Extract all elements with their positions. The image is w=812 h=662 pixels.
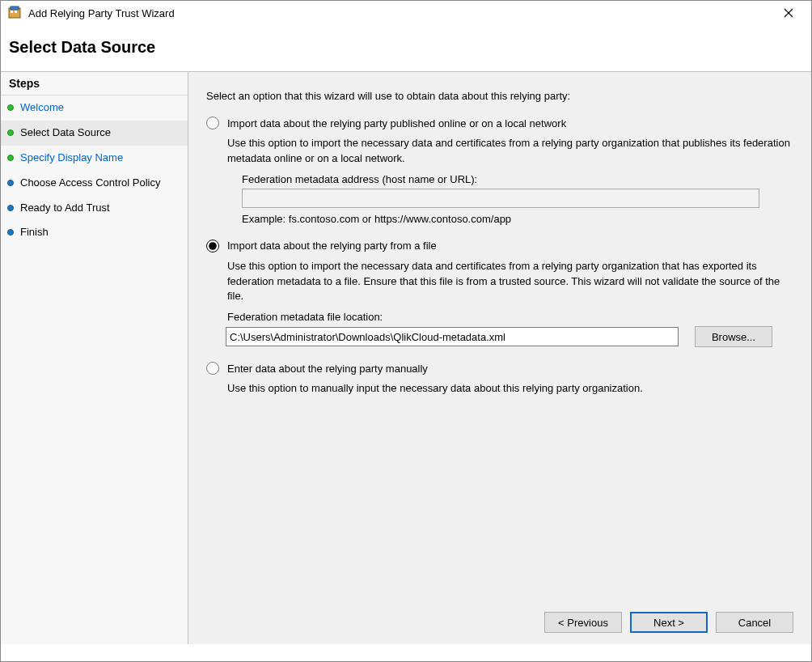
close-button[interactable] bbox=[772, 2, 805, 24]
step-label: Finish bbox=[20, 226, 49, 238]
step-label: Ready to Add Trust bbox=[20, 202, 110, 214]
step-specify-display-name[interactable]: Specify Display Name bbox=[1, 146, 188, 171]
option-label: Enter data about the relying party manua… bbox=[227, 363, 428, 375]
step-link[interactable]: Specify Display Name bbox=[20, 151, 123, 163]
app-icon bbox=[7, 5, 23, 21]
radio-import-online[interactable] bbox=[206, 117, 219, 129]
heading-row: Select Data Source bbox=[1, 25, 811, 71]
option-desc: Use this option to import the necessary … bbox=[227, 136, 793, 167]
step-label: Choose Access Control Policy bbox=[20, 176, 160, 189]
step-link[interactable]: Welcome bbox=[20, 101, 64, 113]
steps-list: Welcome Select Data Source Specify Displ… bbox=[1, 95, 188, 245]
title-bar: Add Relying Party Trust Wizard bbox=[1, 1, 811, 25]
option-label: Import data about the relying party publ… bbox=[227, 117, 566, 129]
svg-rect-1 bbox=[11, 6, 19, 10]
step-finish[interactable]: Finish bbox=[1, 220, 188, 245]
example-hint: Example: fs.contoso.com or https://www.c… bbox=[242, 213, 793, 225]
option-desc: Use this option to import the necessary … bbox=[227, 259, 793, 305]
step-label: Select Data Source bbox=[20, 126, 111, 138]
sidebar: Steps Welcome Select Data Source Specify… bbox=[1, 72, 188, 644]
bullet-icon bbox=[7, 229, 14, 236]
field-label: Federation metadata address (host name o… bbox=[242, 173, 793, 185]
step-select-data-source[interactable]: Select Data Source bbox=[1, 121, 188, 146]
button-bar: < Previous Next > Cancel bbox=[206, 600, 793, 644]
bullet-icon bbox=[7, 180, 14, 186]
instruction-text: Select an option that this wizard will u… bbox=[206, 90, 793, 102]
page-heading: Select Data Source bbox=[9, 38, 803, 57]
cancel-button[interactable]: Cancel bbox=[716, 612, 793, 633]
next-button[interactable]: Next > bbox=[630, 612, 708, 633]
option-desc: Use this option to manually input the ne… bbox=[227, 381, 793, 397]
option-manual: Enter data about the relying party manua… bbox=[206, 362, 793, 403]
metadata-file-input[interactable] bbox=[226, 327, 679, 346]
window-title: Add Relying Party Trust Wizard bbox=[28, 7, 175, 19]
main-panel: Select an option that this wizard will u… bbox=[188, 72, 811, 644]
step-ready-to-add-trust[interactable]: Ready to Add Trust bbox=[1, 196, 188, 221]
metadata-url-input[interactable] bbox=[242, 189, 759, 208]
previous-button[interactable]: < Previous bbox=[544, 612, 622, 633]
bullet-icon bbox=[7, 104, 14, 111]
bullet-icon bbox=[7, 155, 14, 161]
browse-button[interactable]: Browse... bbox=[695, 326, 772, 347]
option-label: Import data about the relying party from… bbox=[227, 240, 437, 252]
step-welcome[interactable]: Welcome bbox=[1, 95, 188, 121]
svg-rect-2 bbox=[11, 11, 13, 13]
option-import-file: Import data about the relying party from… bbox=[206, 240, 793, 348]
steps-header: Steps bbox=[1, 72, 188, 95]
radio-import-file[interactable] bbox=[206, 240, 219, 252]
field-label: Federation metadata file location: bbox=[227, 311, 793, 323]
option-import-online: Import data about the relying party publ… bbox=[206, 117, 793, 225]
bullet-icon bbox=[7, 129, 14, 136]
step-choose-access-control-policy[interactable]: Choose Access Control Policy bbox=[1, 171, 188, 196]
svg-rect-3 bbox=[15, 11, 17, 13]
radio-manual[interactable] bbox=[206, 362, 219, 375]
content-area: Steps Welcome Select Data Source Specify… bbox=[1, 71, 811, 644]
bullet-icon bbox=[7, 205, 14, 211]
